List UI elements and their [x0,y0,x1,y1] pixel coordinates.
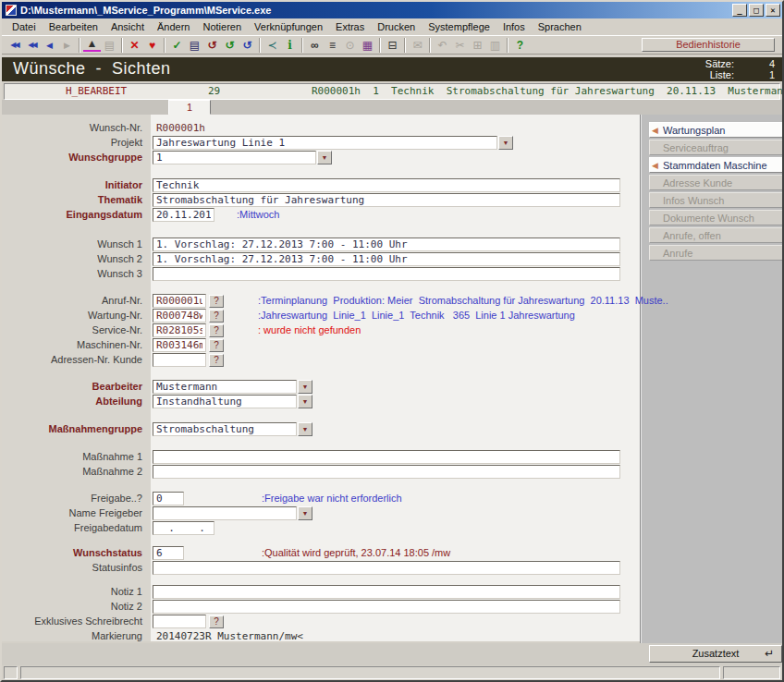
import-icon[interactable]: ▲ [83,38,101,52]
anruf-nr-field[interactable] [153,294,206,308]
name-freigeber-field[interactable] [153,506,297,520]
massnahme2-field[interactable] [153,465,620,479]
markierung-value: 20140723R Mustermann/mw< [153,629,303,643]
massnahmengruppe-field[interactable] [153,422,297,436]
menu-systempflege[interactable]: Systempflege [422,19,496,34]
menu-drucken[interactable]: Drucken [371,19,422,34]
projekt-label: Projekt [2,136,150,151]
notiz2-field[interactable] [153,600,620,614]
wunschgruppe-field[interactable] [153,151,316,164]
menu-datei[interactable]: Datei [6,19,43,34]
refresh-red-icon[interactable]: ↺ [203,37,221,54]
status-cell-left [4,666,18,679]
chevron-down-icon[interactable]: ▼ [298,395,312,408]
menu-notieren[interactable]: Notieren [196,19,248,34]
wunsch3-label: Wunsch 3 [2,267,150,282]
favorite-icon[interactable]: ♥ [143,37,161,54]
initiator-field[interactable] [153,178,620,192]
tab-1[interactable]: 1 [168,100,211,115]
chevron-down-icon[interactable]: ▼ [498,136,513,150]
close-icon[interactable]: ✕ [766,4,780,17]
minimize-icon[interactable]: _ [732,4,747,17]
menu-bearbeiten[interactable]: Bearbeiten [43,19,104,34]
chevron-down-icon[interactable]: ▼ [298,422,312,436]
toolbar-separator [507,38,508,53]
abteilung-field[interactable] [153,395,297,408]
sidebar-button-label: Adresse Kunde [663,177,732,189]
search-binoculars-icon[interactable]: ∞ [306,37,324,54]
print-icon[interactable]: ⊟ [384,37,401,54]
zusatztext-button[interactable]: Zusatztext ↵ [649,645,782,663]
bedienhistorie-button[interactable]: Bedienhistorie [642,38,775,52]
refresh-green-icon[interactable]: ↺ [221,37,239,54]
prev-record-icon[interactable]: ◀ [41,37,58,54]
thematik-field[interactable] [153,193,620,207]
menu-aendern[interactable]: Ändern [151,19,196,34]
confirm-icon[interactable]: ✓ [168,37,186,54]
wunschstatus-field[interactable] [153,546,184,560]
chevron-down-icon[interactable]: ▼ [317,151,332,164]
wunsch-nr-label: Wunsch-Nr. [2,121,150,136]
adressen-nr-field[interactable] [153,353,206,367]
lookup-question-icon[interactable]: ? [209,339,224,352]
bearbeiter-field[interactable] [153,380,297,394]
maschinen-nr-field[interactable] [153,338,206,352]
main-area: ◀ Wartungsplan Serviceauftrag ◀ Stammdat… [2,115,782,643]
lookup-question-icon[interactable]: ? [209,615,224,628]
lookup-question-icon[interactable]: ? [209,310,224,323]
menu-infos[interactable]: Infos [496,19,532,34]
lookup-question-icon[interactable]: ? [209,295,224,308]
freigabe-field[interactable] [153,492,184,505]
help-icon[interactable]: ? [511,37,529,54]
menu-extras[interactable]: Extras [329,19,371,34]
view-header: Wünsche - Sichten Sätze: 4 Liste: 1 [2,57,782,81]
notiz1-field[interactable] [153,585,620,599]
menu-verknuepfungen[interactable]: Verknüpfungen [248,19,329,34]
wunsch1-field[interactable] [153,237,620,251]
enter-icon: ↵ [765,646,774,662]
record-form-icon[interactable]: ▤ [186,37,203,54]
sidebar-button-label: Anrufe [663,248,692,259]
sidebar-button-stammdaten-maschine[interactable]: ◀ Stammdaten Maschine [649,157,784,173]
sidebar-button-label: Wartungsplan [663,125,725,136]
wunsch3-field[interactable] [153,267,620,281]
chevron-down-icon[interactable]: ▼ [298,506,312,520]
eingangsdatum-field[interactable] [153,208,214,222]
mail-icon[interactable]: ✉ [409,37,426,54]
lookup-question-icon[interactable]: ? [209,324,224,337]
menu-ansicht[interactable]: Ansicht [104,19,151,34]
link-icon[interactable]: ≺ [263,37,281,54]
image-icon[interactable]: ▦ [359,37,376,54]
abteilung-label: Abteilung [2,395,150,409]
info-icon[interactable]: i [281,37,299,54]
record-bar[interactable]: H_BEARBEIT 29 R000001h 1 Technik Stromab… [4,83,780,100]
refresh-blue-icon[interactable]: ↺ [239,37,256,54]
eingangsdatum-info: :Mittwoch [237,208,279,222]
app-window: D:\Mustermann\_MService_Programm\MServic… [0,0,784,682]
freigabedatum-field[interactable] [153,521,214,535]
chevron-down-icon[interactable]: ▼ [298,380,312,394]
notiz1-label: Notiz 1 [2,585,150,600]
list-icon[interactable]: ≡ [324,37,341,54]
projekt-field[interactable] [153,136,497,150]
record-summary: R000001h 1 Technik Stromabschaltung für … [312,84,784,99]
prev-page-icon[interactable]: ◀◀ [23,37,41,54]
massnahme1-field[interactable] [153,450,620,464]
record-count: 29 [208,84,220,99]
app-icon [6,5,17,16]
wartung-nr-field[interactable] [153,309,206,323]
service-nr-field[interactable] [153,323,206,337]
first-record-icon[interactable]: ◀◀ [6,37,23,54]
anruf-nr-label: Anruf-Nr. [2,294,150,309]
wunsch2-field[interactable] [153,252,620,266]
lookup-question-icon[interactable]: ? [209,354,224,367]
sidebar-button-wartungsplan[interactable]: ◀ Wartungsplan [649,122,784,138]
maximize-icon[interactable]: □ [749,4,764,17]
statusinfos-label: Statusinfos [2,561,150,576]
menu-sprachen[interactable]: Sprachen [532,19,588,34]
sidebar: ◀ Wartungsplan Serviceauftrag ◀ Stammdat… [642,115,782,643]
exklusiv-schreibrecht-field[interactable] [153,615,206,628]
delete-icon[interactable]: ✕ [126,37,143,54]
active-arrow-icon: ◀ [652,123,658,138]
statusinfos-field[interactable] [153,561,620,575]
